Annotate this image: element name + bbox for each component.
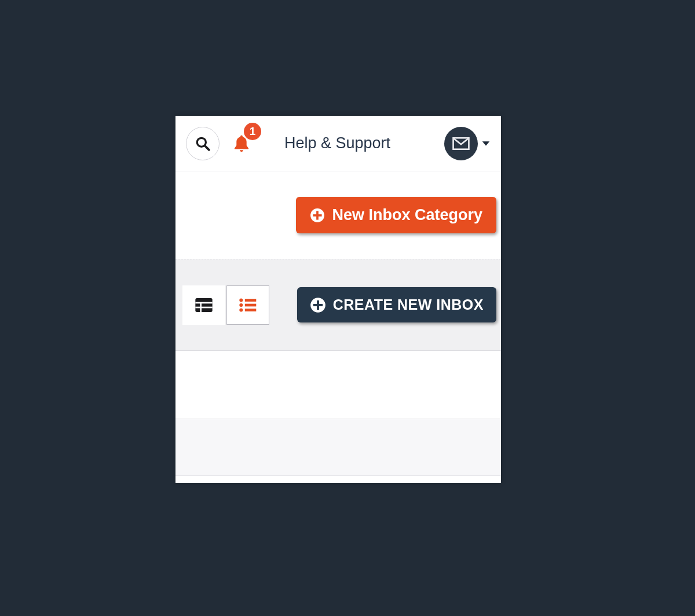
user-menu[interactable] bbox=[444, 127, 491, 160]
content-row bbox=[175, 476, 501, 483]
svg-rect-18 bbox=[313, 304, 323, 306]
svg-line-1 bbox=[204, 145, 209, 149]
main-panel: 1 Help & Support bbox=[175, 116, 501, 483]
plus-circle-icon bbox=[310, 208, 325, 223]
category-row: New Inbox Category bbox=[175, 171, 501, 259]
notification-badge: 1 bbox=[244, 123, 261, 140]
view-toggle bbox=[182, 285, 269, 325]
mail-icon bbox=[452, 137, 470, 150]
view-grid-button[interactable] bbox=[182, 285, 225, 325]
help-support-link[interactable]: Help & Support bbox=[284, 134, 390, 152]
content-row bbox=[175, 351, 501, 419]
toolbar-row: CREATE NEW INBOX bbox=[175, 259, 501, 351]
svg-rect-13 bbox=[245, 303, 257, 306]
list-icon bbox=[239, 298, 257, 313]
notifications-button[interactable]: 1 bbox=[230, 132, 253, 155]
create-new-inbox-button[interactable]: CREATE NEW INBOX bbox=[297, 287, 496, 322]
svg-rect-6 bbox=[195, 298, 212, 312]
topbar: 1 Help & Support bbox=[175, 116, 501, 171]
create-new-inbox-label: CREATE NEW INBOX bbox=[333, 296, 484, 313]
svg-rect-5 bbox=[313, 214, 322, 217]
svg-point-12 bbox=[239, 303, 243, 307]
search-icon bbox=[195, 136, 210, 151]
grid-icon bbox=[195, 297, 213, 313]
caret-down-icon bbox=[481, 141, 491, 146]
new-inbox-category-label: New Inbox Category bbox=[332, 206, 482, 224]
svg-rect-15 bbox=[245, 309, 257, 311]
avatar bbox=[444, 127, 478, 160]
plus-circle-icon bbox=[310, 297, 326, 313]
search-button[interactable] bbox=[186, 127, 220, 160]
svg-point-10 bbox=[239, 298, 243, 302]
svg-rect-11 bbox=[245, 299, 257, 302]
svg-point-14 bbox=[239, 308, 243, 311]
new-inbox-category-button[interactable]: New Inbox Category bbox=[296, 197, 496, 233]
view-list-button[interactable] bbox=[226, 285, 269, 325]
content-row bbox=[175, 419, 501, 476]
